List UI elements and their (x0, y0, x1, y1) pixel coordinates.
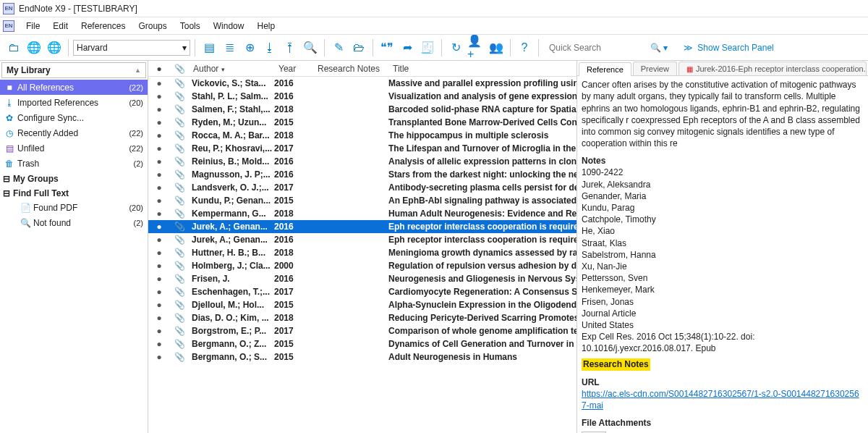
output-style-dropdown[interactable]: Harvard ▾ (73, 40, 190, 56)
my-groups-header[interactable]: ⊟ My Groups (0, 171, 148, 185)
format-icon[interactable]: ➦ (398, 38, 417, 57)
reference-row[interactable]: ●📎Borgstrom, E.; P...2017Comparison of w… (148, 324, 576, 337)
chevrons-icon: ≫ (684, 43, 693, 53)
note-line: Henkemeyer, Mark (582, 284, 864, 295)
menu-help[interactable]: Help (251, 20, 281, 33)
open-folder-icon[interactable]: 🗁 (349, 38, 368, 57)
card-icon[interactable]: ▤ (200, 38, 218, 57)
note-line: 1090-2422 (582, 167, 864, 178)
reference-row[interactable]: ●📎Stahl, P. L.; Salm...2016Visualization… (148, 90, 576, 103)
reference-row[interactable]: ●📎Ryden, M.; Uzun...2015Transplanted Bon… (148, 116, 576, 129)
tab-pdf-label: Jurek-2016-Eph receptor interclass coope… (696, 64, 867, 73)
word-icon[interactable]: 🧾 (418, 38, 437, 57)
help-icon[interactable]: ? (515, 38, 534, 57)
col-read[interactable]: ● (148, 64, 170, 74)
col-year[interactable]: Year (274, 64, 313, 74)
show-search-panel-label: Show Search Panel (697, 43, 773, 53)
globe-plus-icon[interactable]: ⊕ (240, 38, 259, 57)
tab-preview[interactable]: Preview (633, 62, 677, 75)
quick-search (549, 40, 643, 56)
sidebar-item[interactable]: ◷Recently Added(22) (0, 125, 148, 140)
reference-row[interactable]: ●📎Frisen, J.2016Neurogenesis and Gliogen… (148, 272, 576, 285)
export-icon[interactable]: ⭱ (281, 38, 299, 57)
separator (538, 39, 539, 56)
my-library-header[interactable]: My Library ▲ (1, 62, 146, 78)
research-notes-header: Research Notes (582, 358, 650, 370)
col-research-notes[interactable]: Research Notes (313, 64, 388, 74)
reference-row[interactable]: ●📎Salmen, F.; Stahl,...2018Barcoded soli… (148, 103, 576, 116)
minus-icon: ⊟ (3, 188, 10, 198)
reference-row[interactable]: ●📎Dias, D. O.; Kim, ...2018Reducing Peri… (148, 311, 576, 324)
menu-window[interactable]: Window (208, 20, 250, 33)
sidebar-item[interactable]: ▤Unfiled(22) (0, 140, 148, 156)
url-link[interactable]: https://ac.els-cdn.com/S0014482716302567… (582, 389, 859, 411)
sidebar-item[interactable]: ■All References(22) (0, 80, 148, 95)
menubar: EN File Edit References Groups Tools Win… (0, 17, 868, 35)
users-icon[interactable]: 👥 (487, 38, 506, 57)
reference-row[interactable]: ●📎Kundu, P.; Genan...2015An EphB-Abl sig… (148, 194, 576, 207)
reference-list: ● 📎 Author ▾ Year Research Notes Title ●… (148, 61, 577, 433)
reference-row[interactable]: ●📎Jurek, A.; Genan...2016Eph receptor in… (148, 233, 576, 246)
app-icon-small: EN (3, 20, 14, 32)
main: My Library ▲ ■All References(22)⭳Importe… (0, 61, 868, 433)
sidebar-item[interactable]: ⭳Imported References(20) (0, 95, 148, 110)
reference-row[interactable]: ●📎Rocca, M. A.; Bar...2018The hippocampu… (148, 129, 576, 142)
reference-content: Cancer often arises by the constitutive … (577, 76, 868, 433)
app-icon: EN (3, 3, 14, 14)
separator (441, 39, 442, 56)
col-author[interactable]: Author ▾ (189, 64, 274, 74)
separator (373, 39, 373, 56)
note-line: United States (582, 319, 864, 331)
new-ref-icon[interactable]: ✎ (329, 38, 348, 57)
note-line: Pettersson, Sven (582, 272, 864, 284)
folder-icon[interactable]: 🗀 (4, 38, 23, 57)
quote-icon[interactable]: ❝❞ (378, 38, 396, 57)
menu-tools[interactable]: Tools (174, 20, 206, 33)
menu-references[interactable]: References (75, 20, 131, 33)
reference-row[interactable]: ●📎Huttner, H. B.; B...2018Meningioma gro… (148, 246, 576, 259)
reference-row[interactable]: ●📎Kempermann, G...2018Human Adult Neurog… (148, 207, 576, 220)
note-line: Exp Cell Res. 2016 Oct 15;348(1):10-22. … (582, 331, 864, 354)
note-line: Kundu, Parag (582, 202, 864, 214)
sidebar-item[interactable]: 📄Found PDF(20) (0, 200, 148, 215)
note-line: He, Xiao (582, 225, 864, 237)
menu-groups[interactable]: Groups (132, 20, 172, 33)
list-icon[interactable]: ≣ (220, 38, 239, 57)
reference-row[interactable]: ●📎Djelloul, M.; Hol...2015Alpha-Synuclei… (148, 298, 576, 311)
note-line: Frisen, Jonas (582, 296, 864, 308)
reference-row[interactable]: ●📎Holmberg, J.; Cla...2000Regulation of … (148, 259, 576, 272)
sync-icon[interactable]: ↻ (446, 38, 465, 57)
show-search-panel[interactable]: ≫ Show Search Panel (684, 43, 773, 53)
sidebar-item[interactable]: 🗑Trash(2) (0, 156, 148, 171)
left-panel: My Library ▲ ■All References(22)⭳Importe… (0, 61, 148, 433)
search-icon[interactable]: 🔍 ▾ (650, 43, 668, 53)
menu-edit[interactable]: Edit (47, 20, 74, 33)
col-title[interactable]: Title (388, 64, 576, 74)
reference-panel: Reference Preview ▦ Jurek-2016-Eph recep… (577, 61, 868, 433)
column-headers: ● 📎 Author ▾ Year Research Notes Title (148, 61, 576, 77)
reference-row[interactable]: ●📎Jurek, A.; Genan...2016Eph receptor in… (148, 220, 576, 233)
find-fulltext-icon[interactable]: 🔍 (301, 38, 320, 57)
reference-row[interactable]: ●📎Reinius, B.; Mold...2016Analysis of al… (148, 155, 576, 168)
tab-pdf[interactable]: ▦ Jurek-2016-Eph receptor interclass coo… (678, 62, 867, 75)
reference-row[interactable]: ●📎Reu, P.; Khosravi,...2017The Lifespan … (148, 142, 576, 155)
quick-search-input[interactable] (549, 40, 643, 56)
sidebar-item[interactable]: ✿Configure Sync... (0, 110, 148, 125)
col-attachment[interactable]: 📎 (170, 64, 189, 74)
reference-row[interactable]: ●📎Landsverk, O. J.;...2017Antibody-secre… (148, 181, 576, 194)
separator (324, 39, 325, 56)
reference-row[interactable]: ●📎Eschenhagen, T.;...2017Cardiomyocyte R… (148, 285, 576, 298)
sidebar-item[interactable]: 🔍Not found(2) (0, 215, 148, 230)
globe-search-icon[interactable]: 🌐 (45, 38, 64, 57)
find-full-text-header[interactable]: ⊟ Find Full Text (0, 185, 148, 200)
reference-row[interactable]: ●📎Magnusson, J. P;...2016Stars from the … (148, 168, 576, 181)
globe-icon[interactable]: 🌐 (25, 38, 43, 57)
import-icon[interactable]: ⭳ (260, 38, 279, 57)
reference-row[interactable]: ●📎Bergmann, O.; S...2015Adult Neurogenes… (148, 350, 576, 363)
reference-row[interactable]: ●📎Vickovic, S.; Sta...2016Massive and pa… (148, 77, 576, 90)
notes-header: Notes (582, 155, 864, 167)
reference-row[interactable]: ●📎Bergmann, O.; Z...2015Dynamics of Cell… (148, 337, 576, 350)
share-icon[interactable]: 👤+ (467, 38, 485, 57)
menu-file[interactable]: File (20, 20, 46, 33)
tab-reference[interactable]: Reference (579, 62, 631, 76)
